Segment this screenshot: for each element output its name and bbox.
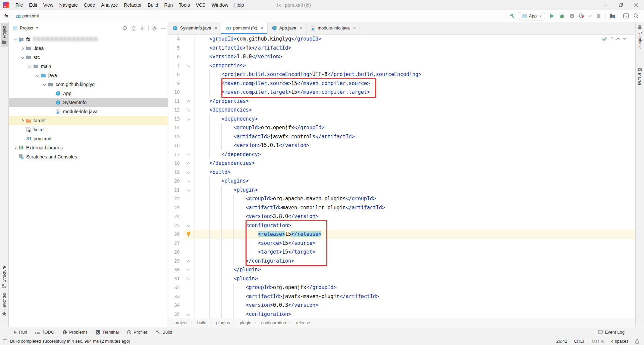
- restore-button[interactable]: [613, 0, 629, 10]
- menu-file[interactable]: File: [12, 1, 26, 9]
- code-line-6[interactable]: 6 <version>1.0.0</version>: [168, 52, 635, 61]
- event-log-button[interactable]: Event Log: [598, 330, 644, 335]
- code-line-14[interactable]: 14 <groupId>org.openjfx</groupId>: [168, 123, 635, 132]
- code-line-10[interactable]: 10 <maven.compiler.target>15</maven.comp…: [168, 88, 635, 97]
- menu-tools[interactable]: Tools: [176, 1, 193, 9]
- fold-close-icon[interactable]: [187, 162, 191, 166]
- menu-navigate[interactable]: Navigate: [56, 1, 81, 9]
- tool-window-maven-button[interactable]: m Maven: [636, 64, 643, 87]
- project-panel-caret-icon[interactable]: ▼: [35, 26, 39, 30]
- code-line-26[interactable]: 26 <release>15</release>: [168, 230, 635, 239]
- tree-item-fx[interactable]: fx: [9, 34, 168, 44]
- indent-setting[interactable]: 4 spaces: [611, 339, 629, 344]
- fold-open-icon[interactable]: [187, 117, 191, 120]
- tab-close-icon[interactable]: ✕: [299, 25, 303, 30]
- code-line-21[interactable]: 21 <plugin>: [168, 186, 635, 195]
- run-anything-icon[interactable]: [623, 13, 629, 19]
- build-hammer-icon[interactable]: [509, 13, 516, 19]
- menu-vcs[interactable]: VCS: [193, 1, 209, 9]
- code-line-22[interactable]: 22 <groupId>org.apache.maven.plugins</gr…: [168, 194, 635, 203]
- fold-open-icon[interactable]: [187, 223, 191, 227]
- xml-crumb-configuration[interactable]: configuration: [261, 320, 286, 325]
- tree-item-app[interactable]: CApp: [9, 89, 168, 98]
- run-configuration-select[interactable]: App: [519, 12, 545, 20]
- tool-window-project-button[interactable]: Project: [1, 23, 8, 47]
- chevron-down-icon[interactable]: [34, 72, 40, 78]
- project-structure-icon[interactable]: [609, 13, 615, 19]
- project-panel-title[interactable]: Project: [20, 25, 33, 30]
- fold-close-icon[interactable]: [187, 269, 191, 272]
- toolwindow-button-run[interactable]: Run: [13, 330, 27, 335]
- code-line-34[interactable]: 34 <version>0.0.3</version>: [168, 301, 635, 310]
- search-everywhere-icon[interactable]: [633, 13, 639, 19]
- readonly-lock-icon[interactable]: [635, 339, 639, 344]
- chevron-down-icon[interactable]: [42, 81, 48, 87]
- code-line-4[interactable]: 4 <groupId>com.github.kinglyq</groupId>: [168, 34, 635, 44]
- chevron-down-icon[interactable]: [12, 36, 18, 42]
- close-button[interactable]: [629, 0, 644, 10]
- code-line-9[interactable]: 9 <maven.compiler.source>15</maven.compi…: [168, 79, 635, 88]
- code-editor[interactable]: 4 <groupId>com.github.kinglyq</groupId>5…: [168, 34, 635, 318]
- code-line-23[interactable]: 23 <artifactId>maven-compiler-plugin</ar…: [168, 203, 635, 212]
- toolwindow-button-profiler[interactable]: Profiler: [127, 330, 147, 335]
- toolwindow-button-terminal[interactable]: Terminal: [96, 330, 119, 335]
- tree-item-src[interactable]: src: [9, 53, 168, 62]
- chevron-right-icon[interactable]: [19, 45, 25, 51]
- code-line-5[interactable]: 5 <artifactId>fx</artifactId>: [168, 44, 635, 53]
- xml-crumb-build[interactable]: build: [197, 320, 206, 325]
- fold-open-icon[interactable]: [187, 170, 191, 174]
- code-line-24[interactable]: 24 <version>3.8.0</version>: [168, 212, 635, 221]
- fold-close-icon[interactable]: [187, 153, 191, 157]
- chevron-right-icon[interactable]: [12, 145, 18, 151]
- code-line-13[interactable]: 13 <dependency>: [168, 115, 635, 124]
- tree-item-fx-iml[interactable]: fx.iml: [9, 125, 168, 134]
- tool-window-favorites-button[interactable]: Favorites: [1, 291, 8, 318]
- tree-item-external-libraries[interactable]: External Libraries: [9, 143, 168, 152]
- code-line-16[interactable]: 16 <version>15.0.1</version>: [168, 141, 635, 150]
- tool-window-database-button[interactable]: Database: [637, 23, 643, 51]
- tree-item-pom-xml[interactable]: mpom.xml: [9, 134, 168, 143]
- fold-open-icon[interactable]: [187, 179, 191, 183]
- chevron-down-icon[interactable]: [27, 63, 33, 69]
- fold-open-icon[interactable]: [187, 277, 191, 280]
- chevron-down-icon[interactable]: [19, 54, 25, 60]
- settings-gear-icon[interactable]: [152, 25, 157, 31]
- line-separator[interactable]: CRLF: [574, 339, 585, 344]
- toolwindow-button-todo[interactable]: TODO: [35, 330, 54, 335]
- code-line-33[interactable]: 33 <artifactId>javafx-maven-plugin</arti…: [168, 292, 635, 301]
- tree-item-target[interactable]: target: [9, 116, 168, 125]
- code-line-20[interactable]: 20 <plugins>: [168, 177, 635, 186]
- code-line-30[interactable]: 30 </plugin>: [168, 265, 635, 274]
- debug-button[interactable]: [558, 13, 565, 19]
- minimize-button[interactable]: [598, 0, 613, 10]
- tree-item-main[interactable]: main: [9, 62, 168, 71]
- fold-open-icon[interactable]: [187, 188, 191, 191]
- xml-crumb-plugin[interactable]: plugin: [240, 320, 252, 325]
- toolwindow-button-build[interactable]: Build: [155, 330, 172, 335]
- profiler-chevron-icon[interactable]: [589, 15, 592, 17]
- tree-item-java[interactable]: java: [9, 71, 168, 80]
- xml-crumb-project[interactable]: project: [174, 320, 187, 325]
- menu-run[interactable]: Run: [161, 1, 176, 9]
- tree-item-module-info-java[interactable]: Jmodule-info.java: [9, 107, 168, 116]
- profiler-button[interactable]: [579, 13, 585, 19]
- tree-item-idea[interactable]: .idea: [9, 44, 168, 53]
- prev-problem-icon[interactable]: [616, 38, 620, 40]
- tab-close-icon[interactable]: ✕: [214, 25, 218, 30]
- code-line-31[interactable]: 31 <plugin>: [168, 274, 635, 283]
- expand-all-icon[interactable]: [131, 25, 136, 31]
- code-line-8[interactable]: 8 <project.build.sourceEncoding>UTF-8</p…: [168, 70, 635, 79]
- tool-window-structure-button[interactable]: Structure: [1, 264, 8, 291]
- menu-view[interactable]: View: [40, 1, 56, 9]
- tree-item-scratches-and-consoles[interactable]: Scratches and Consoles: [9, 152, 168, 161]
- tab-app-java[interactable]: CApp.java✕: [268, 22, 307, 34]
- intention-bulb-icon[interactable]: [186, 231, 191, 237]
- toolwindow-toggle-icon[interactable]: [3, 339, 7, 343]
- menu-build[interactable]: Build: [145, 1, 161, 9]
- tab-systeminfo-java[interactable]: CSystemInfo.java✕: [168, 22, 221, 34]
- fold-close-icon[interactable]: [187, 100, 191, 104]
- tab-close-icon[interactable]: ✕: [353, 25, 357, 30]
- status-message[interactable]: Build completed successfully in 4 sec, 9…: [10, 339, 130, 344]
- file-encoding[interactable]: UTF-8: [592, 339, 604, 344]
- code-line-17[interactable]: 17 </dependency>: [168, 150, 635, 159]
